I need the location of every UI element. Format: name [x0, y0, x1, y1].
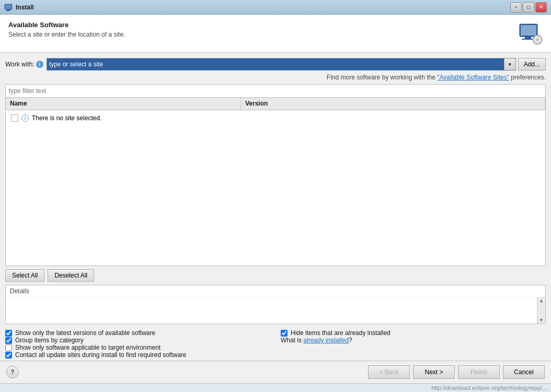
work-with-row: Work with: i ▼ Add... [5, 58, 546, 71]
group-by-category-checkbox[interactable] [5, 337, 12, 344]
checkbox-group-by-category: Group items by category [5, 337, 270, 344]
next-button[interactable]: Next > [413, 365, 455, 379]
already-installed-row: What is already installed? [281, 337, 546, 344]
no-site-row: i There is no site selected. [8, 112, 543, 124]
cancel-button[interactable]: Cancel [503, 365, 545, 379]
column-version: Version [241, 98, 545, 110]
status-bar: http://download.eclipse.org/technology/e… [0, 383, 551, 392]
scroll-down-arrow[interactable]: ▼ [539, 318, 544, 322]
site-dropdown-button[interactable]: ▼ [504, 59, 515, 70]
already-installed-link[interactable]: already installed [303, 337, 349, 344]
target-env-checkbox[interactable] [5, 344, 12, 351]
page-subtitle: Select a site or enter the location of a… [8, 31, 125, 38]
no-site-info-icon: i [21, 114, 29, 122]
dialog-header: Available Software Select a site or ente… [0, 15, 551, 53]
minimize-button[interactable]: − [510, 2, 522, 13]
title-bar: Install − □ ✕ [0, 0, 551, 15]
hide-installed-checkbox[interactable] [281, 330, 288, 337]
table-body: i There is no site selected. [6, 110, 545, 266]
filter-input[interactable] [5, 84, 546, 98]
details-section: Details ▲ ▼ [5, 285, 546, 324]
back-button[interactable]: < Back [368, 365, 410, 379]
status-text: http://download.eclipse.org/technology/e… [431, 385, 547, 391]
close-button[interactable]: ✕ [535, 2, 547, 13]
details-scrollbar[interactable]: ▲ ▼ [537, 297, 545, 324]
svg-rect-3 [6, 10, 11, 11]
maximize-button[interactable]: □ [523, 2, 534, 13]
finish-button[interactable]: Finish [458, 365, 500, 379]
svg-rect-7 [522, 39, 534, 40]
title-bar-icon [4, 3, 13, 11]
add-button[interactable]: Add... [518, 58, 546, 71]
available-software-sites-link[interactable]: "Available Software Sites" [437, 74, 509, 81]
checkbox-latest-versions: Show only the latest versions of availab… [5, 329, 270, 337]
checkboxes-section: Show only the latest versions of availab… [5, 327, 546, 361]
svg-rect-5 [521, 25, 536, 36]
work-with-label: Work with: i [5, 61, 43, 68]
prefs-row: Find more software by working with the "… [5, 74, 546, 81]
buttons-row: Select All Deselect All [5, 266, 546, 285]
page-title: Available Software [8, 21, 125, 29]
no-site-message: There is no site selected. [32, 114, 101, 122]
checkbox-contact-update-sites: Contact all update sites during install … [5, 351, 270, 359]
row-checkbox[interactable] [11, 114, 18, 122]
select-all-button[interactable]: Select All [5, 269, 44, 282]
deselect-all-button[interactable]: Deselect All [48, 269, 94, 282]
header-icon [518, 21, 543, 46]
checkbox-target-env: Show only software applicable to target … [5, 344, 270, 351]
latest-versions-checkbox[interactable] [5, 330, 12, 337]
table-header: Name Version [6, 98, 545, 110]
title-bar-title: Install [16, 4, 510, 11]
site-input[interactable] [47, 59, 504, 70]
software-table: Name Version i There is no site selected… [5, 98, 546, 266]
svg-point-10 [536, 38, 539, 41]
dialog-footer: ? < Back Next > Finish Cancel [0, 361, 551, 383]
column-name: Name [6, 98, 241, 110]
site-input-wrapper: ▼ [47, 58, 516, 71]
title-bar-controls: − □ ✕ [510, 2, 547, 13]
contact-update-sites-checkbox[interactable] [5, 352, 12, 359]
help-button[interactable]: ? [6, 366, 19, 378]
scroll-up-arrow[interactable]: ▲ [539, 298, 544, 303]
svg-rect-2 [7, 9, 10, 10]
svg-point-11 [535, 38, 537, 39]
install-dialog: Available Software Select a site or ente… [0, 15, 551, 392]
dialog-content: Work with: i ▼ Add... Find more software… [0, 53, 551, 361]
svg-rect-6 [525, 37, 531, 39]
work-with-info-icon[interactable]: i [36, 61, 43, 68]
checkbox-hide-installed: Hide items that are already installed [281, 329, 546, 337]
details-label: Details [6, 285, 545, 297]
details-content: ▲ ▼ [6, 297, 545, 324]
svg-rect-1 [5, 5, 12, 9]
